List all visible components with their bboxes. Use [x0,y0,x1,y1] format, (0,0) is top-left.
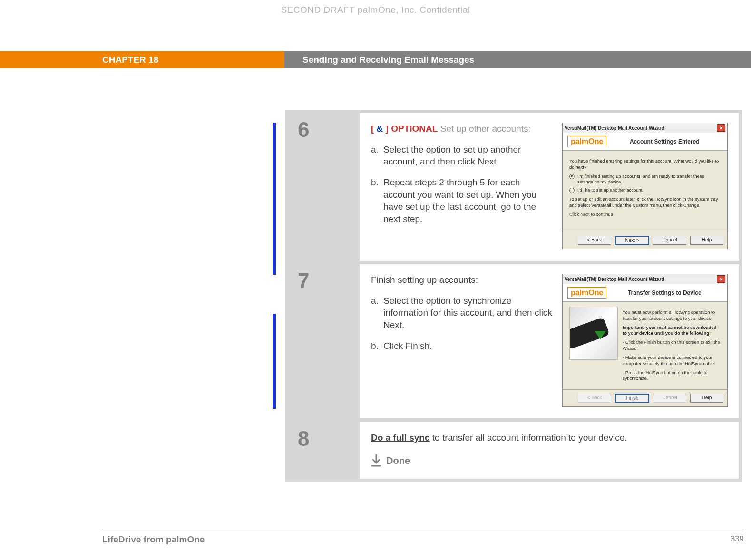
steps-container: 6 [ & ] OPTIONAL Set up other accounts: … [285,110,742,482]
full-sync-link[interactable]: Do a full sync [371,433,430,443]
wizard-note: To set up or edit an account later, clic… [569,196,721,209]
step-number: 7 [288,264,360,418]
sub-letter: a. [371,295,383,331]
wizard-continue: Click Next to continue [569,212,721,218]
cancel-button: Cancel [653,394,686,403]
close-icon[interactable]: ✕ [717,124,725,132]
palmone-logo: palmOne [567,287,606,299]
wizard-header: palmOne Account Settings Entered [563,133,727,151]
step-row: 8 Do a full sync to transfer all account… [288,422,739,479]
sub-text: Select the option to synchronize informa… [383,295,554,331]
radio-icon [569,174,575,179]
step-text: [ & ] OPTIONAL Set up other accounts: a.… [371,123,554,249]
step-body: Do a full sync to transfer all account i… [360,422,739,479]
help-button[interactable]: Help [690,236,723,245]
sub-step: b. Click Finish. [371,340,554,352]
revision-mark [273,123,276,275]
step-number: 6 [288,113,360,261]
step-rest: to transfer all account information to y… [430,433,627,443]
sub-text: Click Finish. [383,340,432,352]
wizard-bullet: - Press the HotSync button on the cable … [623,370,721,382]
footer-product: LifeDrive from palmOne [102,534,205,545]
footer-rule [102,529,744,529]
wizard-screenshot: VersaMail(TM) Desktop Mail Account Wizar… [562,274,728,407]
sub-letter: a. [371,144,383,168]
down-arrow-icon [371,454,381,467]
done-label: Done [386,454,410,467]
chapter-label: CHAPTER 18 [0,51,284,68]
wizard-line: You must now perform a HotSync operation… [623,309,721,322]
palmone-logo: palmOne [567,136,606,147]
step-lead: Finish setting up accounts: [371,275,478,285]
sub-text: Select the option to set up another acco… [383,144,554,168]
step-number: 8 [288,422,360,479]
wizard-header-title: Transfer Settings to Device [606,290,722,296]
page-number: 339 [731,534,744,544]
optional-word: OPTIONAL [389,124,438,134]
wizard-bullet: - Make sure your device is connected to … [623,355,721,367]
wizard-title-text: VersaMail(TM) Desktop Mail Account Wizar… [565,126,664,131]
step-text: Finish setting up accounts: a. Select th… [371,274,554,407]
chapter-title: Sending and Receiving Email Messages [284,51,751,68]
sub-step: b. Repeat steps 2 through 5 for each acc… [371,176,554,225]
wizard-intro: You have finished entering settings for … [569,158,721,171]
optional-amp: & [377,124,383,134]
back-button: < Back [578,394,611,403]
wizard-title-text: VersaMail(TM) Desktop Mail Account Wizar… [565,277,664,282]
step-body: [ & ] OPTIONAL Set up other accounts: a.… [360,113,739,261]
close-icon[interactable]: ✕ [717,275,725,283]
sub-step: a. Select the option to synchronize info… [371,295,554,331]
radio-label: I'm finished setting up accounts, and am… [577,174,721,186]
wizard-titlebar: VersaMail(TM) Desktop Mail Account Wizar… [563,123,727,133]
sub-text: Repeat steps 2 through 5 for each accoun… [383,176,554,225]
wizard-body: You must now perform a HotSync operation… [563,302,727,389]
optional-tail: Set up other accounts: [438,124,530,134]
wizard-titlebar: VersaMail(TM) Desktop Mail Account Wizar… [563,274,727,284]
optional-open: [ [371,124,377,134]
step-body: Finish setting up accounts: a. Select th… [360,264,739,418]
sub-step: a. Select the option to set up another a… [371,144,554,168]
wizard-important: Important: your mail cannot be downloade… [623,325,721,337]
wizard-header-title: Account Settings Entered [606,138,722,145]
hotsync-cable-image [569,307,618,360]
step-text: Do a full sync to transfer all account i… [371,432,728,467]
wizard-screenshot: VersaMail(TM) Desktop Mail Account Wizar… [562,123,728,249]
next-button[interactable]: Next > [615,236,649,245]
confidential-header: SECOND DRAFT palmOne, Inc. Confidential [0,5,751,15]
step-row: 7 Finish setting up accounts: a. Select … [288,264,739,418]
wizard-buttons: < Back Next > Cancel Help [563,232,727,249]
radio-option[interactable]: I'm finished setting up accounts, and am… [569,174,721,186]
sub-letter: b. [371,176,383,225]
sub-steps: a. Select the option to synchronize info… [371,295,554,352]
wizard-header: palmOne Transfer Settings to Device [563,284,727,302]
radio-icon [569,188,575,193]
sub-letter: b. [371,340,383,352]
back-button[interactable]: < Back [578,236,611,245]
sub-steps: a. Select the option to set up another a… [371,144,554,225]
step-row: 6 [ & ] OPTIONAL Set up other accounts: … [288,113,739,261]
cancel-button[interactable]: Cancel [653,236,686,245]
revision-mark [273,314,276,409]
wizard-bullet: - Click the Finish button on this screen… [623,339,721,352]
wizard-buttons: < Back Finish Cancel Help [563,389,727,406]
optional-close: ] [383,124,389,134]
radio-label: I'd like to set up another account. [577,187,644,193]
wizard-body: You have finished entering settings for … [563,151,727,232]
chapter-bar: CHAPTER 18 Sending and Receiving Email M… [0,51,751,68]
finish-button[interactable]: Finish [615,394,649,403]
radio-option[interactable]: I'd like to set up another account. [569,187,721,193]
done-indicator: Done [371,454,728,467]
help-button[interactable]: Help [690,394,723,403]
